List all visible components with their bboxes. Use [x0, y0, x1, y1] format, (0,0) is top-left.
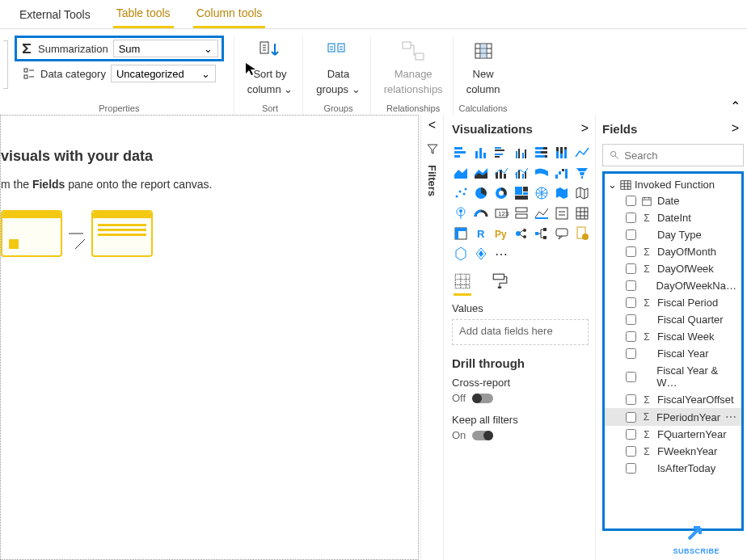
- field-row[interactable]: ΣFiscal Week: [605, 328, 741, 345]
- keep-filters-label: Keep all filters: [452, 414, 589, 426]
- data-category-dropdown[interactable]: Uncategorized ⌄: [111, 65, 216, 82]
- field-checkbox[interactable]: [626, 348, 636, 359]
- field-row[interactable]: Day Type: [605, 226, 741, 243]
- manage-relationships-button[interactable]: Manage relationships: [384, 36, 443, 95]
- viz-100-stacked-bar-icon[interactable]: [533, 144, 551, 162]
- fields-search-input[interactable]: [624, 149, 736, 162]
- viz-stacked-bar-icon[interactable]: [452, 144, 470, 162]
- viz-gauge-icon[interactable]: [472, 204, 490, 222]
- field-row[interactable]: ΣFQuarternYear: [605, 426, 741, 443]
- sort-by-column-button[interactable]: Sort by column ⌄: [247, 36, 293, 95]
- viz-python-icon[interactable]: Py: [492, 225, 510, 242]
- viz-clustered-column-icon[interactable]: [513, 144, 530, 162]
- viz-pane-chevron[interactable]: >: [581, 121, 589, 136]
- viz-multi-row-card-icon[interactable]: [513, 204, 530, 222]
- fields-search[interactable]: [602, 144, 744, 166]
- viz-line-icon[interactable]: [573, 144, 591, 162]
- viz-decomposition-tree-icon[interactable]: [533, 225, 551, 242]
- ribbon-expand-chevron[interactable]: ⌃: [730, 99, 741, 114]
- field-checkbox[interactable]: [626, 331, 636, 342]
- svg-rect-18: [495, 156, 500, 158]
- format-tab[interactable]: [491, 272, 509, 296]
- field-checkbox[interactable]: [626, 314, 636, 325]
- field-row[interactable]: ΣFiscalYearOffset: [605, 391, 741, 408]
- field-row[interactable]: Fiscal Year: [605, 345, 741, 362]
- viz-table-icon[interactable]: [573, 204, 591, 222]
- viz-slicer-icon[interactable]: [553, 204, 571, 222]
- fields-well-tab[interactable]: [454, 272, 471, 296]
- svg-text:123: 123: [498, 210, 509, 217]
- tab-column-tools[interactable]: Column tools: [193, 0, 266, 28]
- viz-waterfall-icon[interactable]: [553, 164, 571, 182]
- field-row[interactable]: ΣDateInt: [605, 209, 741, 226]
- field-checkbox[interactable]: [626, 372, 636, 382]
- filters-collapse-chevron[interactable]: <: [428, 118, 436, 133]
- field-row[interactable]: Date: [605, 192, 741, 209]
- viz-r-icon[interactable]: R: [472, 225, 490, 242]
- field-row[interactable]: IsAfterToday: [605, 460, 741, 477]
- viz-powerapps-icon[interactable]: [472, 245, 490, 263]
- viz-key-influencers-icon[interactable]: [513, 225, 530, 242]
- viz-treemap-icon[interactable]: [513, 184, 530, 202]
- viz-kpi-icon[interactable]: [533, 204, 551, 222]
- values-drop-well[interactable]: Add data fields here: [452, 319, 589, 345]
- fields-pane-chevron[interactable]: >: [732, 121, 739, 136]
- viz-line-stacked-column-icon[interactable]: [492, 164, 510, 182]
- data-groups-button[interactable]: Data groups ⌄: [316, 36, 360, 95]
- field-checkbox[interactable]: [626, 429, 636, 440]
- field-row[interactable]: ΣFiscal Period: [605, 294, 741, 311]
- field-checkbox[interactable]: [626, 446, 636, 457]
- viz-clustered-bar-icon[interactable]: [492, 144, 510, 162]
- viz-stacked-column-icon[interactable]: [472, 144, 490, 162]
- tab-table-tools[interactable]: Table tools: [113, 0, 174, 28]
- viz-filled-map-icon[interactable]: [553, 184, 571, 202]
- more-icon[interactable]: ⋯: [725, 411, 736, 423]
- ribbon-tabs: External Tools Table tools Column tools: [0, 0, 747, 29]
- field-checkbox[interactable]: [626, 412, 636, 423]
- report-canvas[interactable]: visuals with your data m the Fields pane…: [0, 115, 419, 560]
- viz-scatter-icon[interactable]: [452, 184, 470, 202]
- viz-qa-icon[interactable]: [553, 225, 571, 242]
- viz-card-icon[interactable]: 123: [492, 204, 510, 222]
- field-checkbox[interactable]: [626, 246, 636, 257]
- viz-area-icon[interactable]: [452, 164, 470, 182]
- viz-funnel-icon[interactable]: [573, 164, 591, 182]
- summarization-dropdown[interactable]: Sum ⌄: [113, 40, 218, 57]
- viz-pie-icon[interactable]: [472, 184, 490, 202]
- cross-report-toggle[interactable]: [472, 394, 493, 403]
- field-row[interactable]: ΣFWeeknYear: [605, 443, 741, 460]
- field-checkbox[interactable]: [626, 196, 636, 206]
- field-checkbox[interactable]: [626, 297, 636, 308]
- field-checkbox[interactable]: [626, 229, 636, 240]
- field-row[interactable]: ΣDayOfMonth: [605, 243, 741, 260]
- viz-donut-icon[interactable]: [492, 184, 510, 202]
- field-checkbox[interactable]: [626, 263, 636, 274]
- new-column-button[interactable]: New column: [466, 36, 500, 95]
- viz-matrix-icon[interactable]: [452, 225, 470, 242]
- fields-table-header[interactable]: ⌄ Invoked Function: [605, 177, 741, 192]
- viz-line-clustered-column-icon[interactable]: [513, 164, 530, 182]
- viz-more-icon[interactable]: ⋯: [492, 245, 510, 263]
- viz-100-stacked-column-icon[interactable]: [553, 144, 571, 162]
- field-checkbox[interactable]: [626, 394, 636, 405]
- table-icon: [620, 179, 631, 191]
- viz-arcgis-icon[interactable]: [452, 245, 470, 263]
- filters-pane-label[interactable]: Filters: [426, 165, 438, 196]
- viz-azure-map-icon[interactable]: [452, 204, 470, 222]
- viz-shape-map-icon[interactable]: [573, 184, 591, 202]
- viz-stacked-area-icon[interactable]: [472, 164, 490, 182]
- keep-filters-toggle[interactable]: [472, 431, 493, 440]
- field-checkbox[interactable]: [626, 280, 636, 291]
- field-checkbox[interactable]: [626, 463, 636, 474]
- viz-map-icon[interactable]: [533, 184, 551, 202]
- field-row[interactable]: ΣFPeriodnYear⋯: [605, 408, 741, 426]
- field-row[interactable]: Fiscal Year & W…: [605, 362, 741, 391]
- field-row[interactable]: DayOfWeekNa…: [605, 277, 741, 294]
- tab-external-tools[interactable]: External Tools: [16, 2, 94, 27]
- subscribe-arrow-icon: [682, 521, 707, 545]
- viz-paginated-report-icon[interactable]: [573, 225, 591, 242]
- viz-ribbon-icon[interactable]: [533, 164, 551, 182]
- field-row[interactable]: Fiscal Quarter: [605, 311, 741, 328]
- field-checkbox[interactable]: [626, 213, 636, 223]
- field-row[interactable]: ΣDayOfWeek: [605, 260, 741, 277]
